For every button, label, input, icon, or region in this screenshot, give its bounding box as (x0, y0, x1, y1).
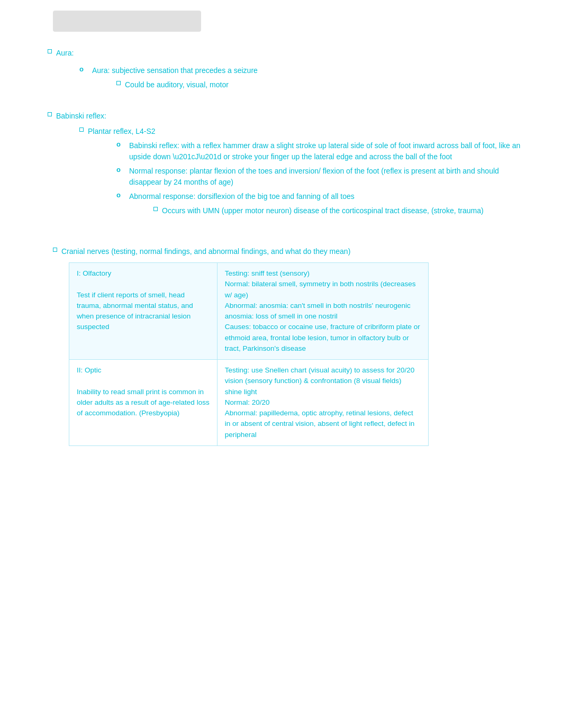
babinski-o2-label: Normal response: plantar flexion of the … (129, 166, 530, 188)
babinski-o1: o Babinski reflex: with a reflex hammer … (116, 140, 530, 162)
aura-l2: o Aura: subjective sensation that preced… (79, 65, 530, 76)
content-area: Aura: o Aura: subjective sensation that … (32, 48, 530, 446)
circle-o-icon-4: o (116, 191, 126, 199)
header-bar (53, 11, 201, 32)
aura-label: Aura: (56, 48, 74, 59)
babinski-sub-o3-label: Occurs with UMN (upper motor neuron) dis… (162, 205, 484, 216)
aura-l1: Aura: (48, 48, 530, 59)
circle-o-icon: o (79, 65, 89, 73)
cranial-intro-label: Cranial nerves (testing, normal findings… (61, 246, 350, 257)
babinski-o3-label: Abnormal response: dorsiflexion of the b… (129, 191, 355, 202)
aura-sub1-label: Aura: subjective sensation that precedes… (92, 65, 258, 76)
aura-l3: Could be auditory, visual, motor (116, 79, 530, 90)
bullet-square-icon-2 (116, 81, 121, 85)
babinski-o2: o Normal response: plantar flexion of th… (116, 166, 530, 188)
table-row: I: Olfactory Test if client reports of s… (69, 263, 429, 360)
bullet-square-icon-3 (48, 112, 52, 116)
bullet-square-icon-4 (79, 128, 84, 132)
bullet-square-icon (48, 49, 52, 53)
babinski-o3: o Abnormal response: dorsiflexion of the… (116, 191, 530, 202)
nerve-cell-olfactory: I: Olfactory Test if client reports of s… (69, 263, 217, 360)
info-cell-olfactory: Testing: sniff test (sensory)Normal: bil… (217, 263, 428, 360)
babinski-label: Babinski reflex: (56, 111, 106, 122)
babinski-l1: Babinski reflex: (48, 111, 530, 122)
babinski-l2: Plantar reflex, L4-S2 (79, 126, 530, 137)
nerve-olfactory-name: I: Olfactory (77, 269, 111, 277)
optic-testing: Testing: use Snellen chart (visual acuit… (225, 366, 415, 439)
aura-sub1-sub1-label: Could be auditory, visual, motor (125, 79, 229, 90)
nerve-optic-desc: Inability to read small print is common … (77, 388, 210, 417)
circle-o-icon-2: o (116, 140, 126, 148)
babinski-sub1-label: Plantar reflex, L4-S2 (88, 126, 156, 137)
nerve-cell-optic: II: Optic Inability to read small print … (69, 360, 217, 446)
olfactory-testing: Testing: sniff test (sensory)Normal: bil… (225, 269, 420, 352)
bullet-square-icon-5 (153, 207, 158, 211)
info-cell-optic: Testing: use Snellen chart (visual acuit… (217, 360, 428, 446)
cranial-nerves-table: I: Olfactory Test if client reports of s… (69, 262, 429, 446)
table-row: II: Optic Inability to read small print … (69, 360, 429, 446)
cranial-intro: Cranial nerves (testing, normal findings… (53, 246, 530, 257)
babinski-sub-o3: Occurs with UMN (upper motor neuron) dis… (153, 205, 530, 216)
circle-o-icon-3: o (116, 166, 126, 174)
babinski-o1-label: Babinski reflex: with a reflex hammer dr… (129, 140, 530, 162)
bullet-square-icon-6 (53, 248, 57, 252)
nerve-optic-name: II: Optic (77, 366, 102, 374)
nerve-olfactory-desc: Test if client reports of smell, head tr… (77, 291, 193, 331)
